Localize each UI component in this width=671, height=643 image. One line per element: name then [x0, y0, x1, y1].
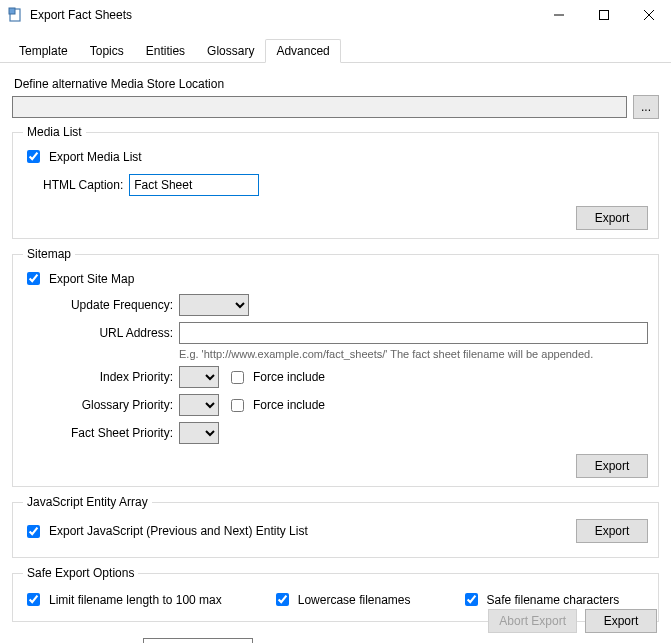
factsheet-priority-select[interactable]: [179, 422, 219, 444]
window-title: Export Fact Sheets: [30, 8, 536, 22]
js-array-legend: JavaScript Entity Array: [23, 495, 152, 509]
analytics-input[interactable]: [143, 638, 253, 643]
tab-glossary[interactable]: Glossary: [196, 39, 265, 63]
export-button[interactable]: Export: [585, 609, 657, 633]
js-array-group: JavaScript Entity Array Export JavaScrip…: [12, 495, 659, 558]
media-list-group: Media List Export Media List HTML Captio…: [12, 125, 659, 239]
sitemap-legend: Sitemap: [23, 247, 75, 261]
safe-characters-checkbox[interactable]: Safe filename characters: [461, 590, 620, 609]
tab-strip: Template Topics Entities Glossary Advanc…: [0, 30, 671, 63]
export-media-list-checkbox[interactable]: Export Media List: [23, 147, 648, 166]
media-store-label: Define alternative Media Store Location: [14, 77, 659, 91]
html-caption-label: HTML Caption:: [43, 178, 123, 192]
export-sitemap-checkbox[interactable]: Export Site Map: [23, 269, 648, 288]
tab-topics[interactable]: Topics: [79, 39, 135, 63]
browse-button[interactable]: ...: [633, 95, 659, 119]
svg-rect-1: [9, 8, 15, 14]
titlebar: Export Fact Sheets: [0, 0, 671, 30]
html-caption-input[interactable]: [129, 174, 259, 196]
glossary-priority-label: Glossary Priority:: [23, 398, 173, 412]
media-store-input[interactable]: [12, 96, 627, 118]
maximize-button[interactable]: [581, 0, 626, 30]
js-array-export-button[interactable]: Export: [576, 519, 648, 543]
close-button[interactable]: [626, 0, 671, 30]
index-force-include-checkbox[interactable]: Force include: [227, 368, 325, 387]
index-priority-select[interactable]: [179, 366, 219, 388]
sitemap-export-button[interactable]: Export: [576, 454, 648, 478]
svg-rect-3: [599, 11, 608, 20]
url-address-label: URL Address:: [23, 326, 173, 340]
index-priority-label: Index Priority:: [23, 370, 173, 384]
tab-template[interactable]: Template: [8, 39, 79, 63]
tab-entities[interactable]: Entities: [135, 39, 196, 63]
app-icon: [8, 7, 24, 23]
sitemap-group: Sitemap Export Site Map Update Frequency…: [12, 247, 659, 487]
factsheet-priority-label: Fact Sheet Priority:: [23, 426, 173, 440]
url-address-input[interactable]: [179, 322, 648, 344]
abort-export-button[interactable]: Abort Export: [488, 609, 577, 633]
url-hint: E.g. 'http://www.example.com/fact_sheets…: [179, 348, 593, 360]
export-js-array-checkbox[interactable]: Export JavaScript (Previous and Next) En…: [23, 522, 308, 541]
update-frequency-label: Update Frequency:: [23, 298, 173, 312]
tab-content: Define alternative Media Store Location …: [0, 63, 671, 643]
glossary-priority-select[interactable]: [179, 394, 219, 416]
media-list-export-button[interactable]: Export: [576, 206, 648, 230]
update-frequency-select[interactable]: [179, 294, 249, 316]
safe-export-legend: Safe Export Options: [23, 566, 138, 580]
limit-filename-checkbox[interactable]: Limit filename length to 100 max: [23, 590, 222, 609]
dialog-footer: Abort Export Export: [488, 609, 657, 633]
minimize-button[interactable]: [536, 0, 581, 30]
tab-advanced[interactable]: Advanced: [265, 39, 340, 63]
media-list-legend: Media List: [23, 125, 86, 139]
lowercase-filenames-checkbox[interactable]: Lowercase filenames: [272, 590, 411, 609]
glossary-force-include-checkbox[interactable]: Force include: [227, 396, 325, 415]
